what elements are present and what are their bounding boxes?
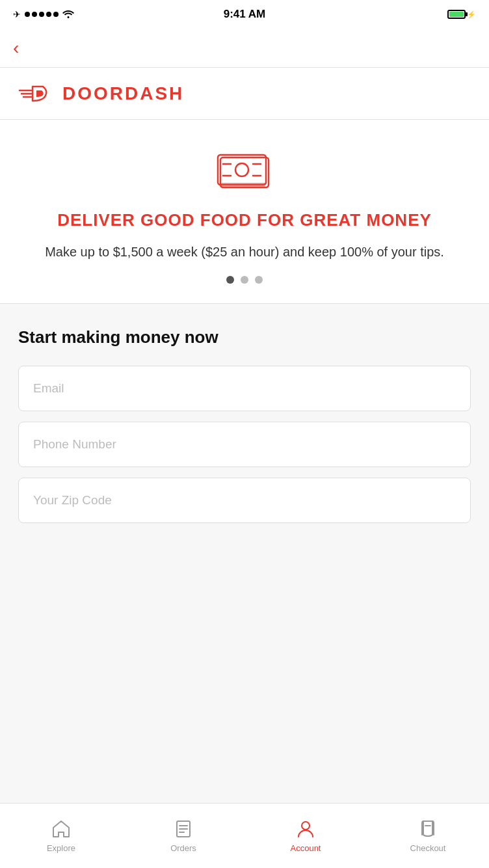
signal-dot-1 xyxy=(25,12,30,17)
svg-point-13 xyxy=(302,822,310,830)
back-button[interactable]: ‹ xyxy=(13,39,19,57)
logo-bar: DOORDASH xyxy=(0,68,489,120)
nav-bar: ‹ xyxy=(0,29,489,68)
svg-rect-1 xyxy=(218,155,266,185)
tab-account[interactable]: Account xyxy=(244,812,367,853)
orders-icon xyxy=(173,819,194,839)
orders-label: Orders xyxy=(170,843,196,853)
battery-body xyxy=(447,10,466,19)
wifi-icon xyxy=(62,9,74,20)
svg-point-2 xyxy=(235,163,248,176)
signal-dot-3 xyxy=(39,12,44,17)
logo-text: DOORDASH xyxy=(62,83,184,104)
zip-input[interactable] xyxy=(18,478,471,523)
signal-dot-5 xyxy=(53,12,59,17)
signal-dots xyxy=(25,12,59,17)
email-input[interactable] xyxy=(18,366,471,411)
promo-section: DELIVER GOOD FOOD FOR GREAT MONEY Make u… xyxy=(0,120,489,304)
money-icon xyxy=(215,146,274,195)
promo-headline: DELIVER GOOD FOOD FOR GREAT MONEY xyxy=(57,210,432,232)
charging-icon: ⚡ xyxy=(467,10,476,19)
phone-input[interactable] xyxy=(18,422,471,467)
carousel-dots xyxy=(226,276,263,284)
checkout-label: Checkout xyxy=(410,843,446,853)
airplane-icon: ✈ xyxy=(13,9,21,20)
status-bar: ✈ 9:41 AM ⚡ xyxy=(0,0,489,29)
home-icon xyxy=(51,819,72,839)
battery-indicator: ⚡ xyxy=(447,10,476,19)
tab-checkout[interactable]: Checkout xyxy=(367,812,489,853)
promo-subtext: Make up to $1,500 a week ($25 an hour) a… xyxy=(45,242,444,262)
explore-label: Explore xyxy=(47,843,75,853)
carousel-dot-3[interactable] xyxy=(255,276,263,284)
tab-explore[interactable]: Explore xyxy=(0,812,122,853)
battery-fill xyxy=(449,12,464,17)
tab-orders[interactable]: Orders xyxy=(122,812,244,853)
doordash-logo-icon xyxy=(18,81,53,106)
carousel-dot-2[interactable] xyxy=(241,276,248,284)
form-title: Start making money now xyxy=(18,327,471,347)
form-section: Start making money now xyxy=(0,304,489,803)
account-icon xyxy=(295,819,316,839)
logo-container: DOORDASH xyxy=(18,81,184,106)
signal-dot-2 xyxy=(32,12,37,17)
carousel-dot-1[interactable] xyxy=(226,276,234,284)
tab-bar: Explore Orders Account xyxy=(0,803,489,868)
status-left: ✈ xyxy=(13,9,74,20)
signal-dot-4 xyxy=(46,12,51,17)
status-time: 9:41 AM xyxy=(224,8,266,21)
checkout-icon xyxy=(417,819,438,839)
status-right: ⚡ xyxy=(447,10,476,19)
account-label: Account xyxy=(291,843,321,853)
